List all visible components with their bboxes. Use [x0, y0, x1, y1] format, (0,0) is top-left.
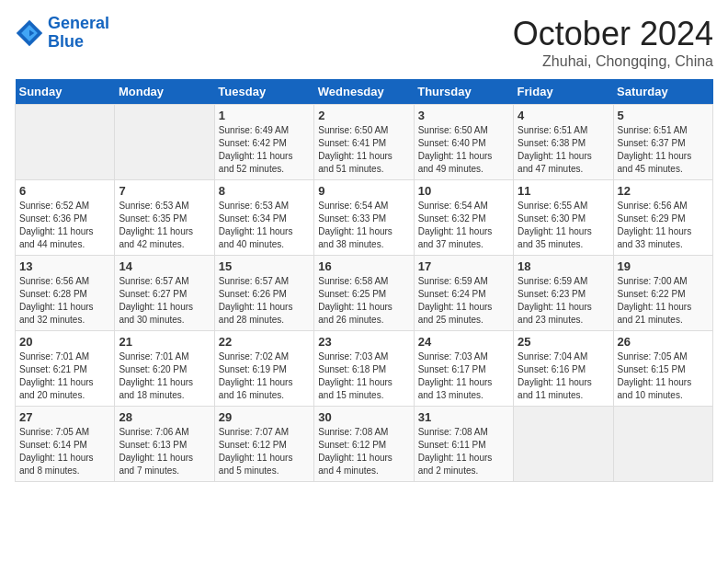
logo: General Blue [15, 15, 109, 52]
calendar-cell: 14Sunrise: 6:57 AM Sunset: 6:27 PM Dayli… [115, 256, 214, 331]
day-number: 29 [219, 410, 310, 424]
cell-content: Sunrise: 6:55 AM Sunset: 6:30 PM Dayligh… [518, 200, 609, 251]
cell-content: Sunrise: 6:51 AM Sunset: 6:38 PM Dayligh… [518, 124, 609, 176]
logo-line2: Blue [48, 33, 109, 52]
calendar-cell: 4Sunrise: 6:51 AM Sunset: 6:38 PM Daylig… [514, 105, 613, 180]
calendar-cell [16, 105, 115, 180]
week-row-1: 1Sunrise: 6:49 AM Sunset: 6:42 PM Daylig… [16, 105, 713, 180]
day-number: 28 [119, 410, 210, 424]
cell-content: Sunrise: 6:51 AM Sunset: 6:37 PM Dayligh… [618, 124, 709, 176]
day-header-friday: Friday [514, 79, 613, 105]
calendar-cell: 28Sunrise: 7:06 AM Sunset: 6:13 PM Dayli… [115, 407, 214, 482]
day-number: 1 [219, 109, 310, 122]
day-header-tuesday: Tuesday [214, 79, 313, 105]
cell-content: Sunrise: 6:50 AM Sunset: 6:40 PM Dayligh… [418, 124, 509, 176]
day-number: 21 [119, 335, 210, 349]
day-number: 16 [318, 259, 409, 273]
day-number: 8 [219, 184, 310, 198]
cell-content: Sunrise: 6:57 AM Sunset: 6:27 PM Dayligh… [119, 275, 210, 327]
cell-content: Sunrise: 7:08 AM Sunset: 6:11 PM Dayligh… [418, 426, 509, 477]
calendar-cell: 23Sunrise: 7:03 AM Sunset: 6:18 PM Dayli… [314, 331, 414, 407]
day-number: 18 [518, 259, 609, 273]
day-number: 6 [19, 184, 110, 198]
cell-content: Sunrise: 6:50 AM Sunset: 6:41 PM Dayligh… [318, 124, 409, 176]
cell-content: Sunrise: 7:02 AM Sunset: 6:19 PM Dayligh… [219, 350, 310, 402]
cell-content: Sunrise: 6:57 AM Sunset: 6:26 PM Dayligh… [219, 275, 310, 327]
calendar-cell: 2Sunrise: 6:50 AM Sunset: 6:41 PM Daylig… [314, 105, 414, 180]
day-number: 14 [119, 259, 210, 273]
day-number: 26 [618, 335, 709, 349]
calendar-cell: 29Sunrise: 7:07 AM Sunset: 6:12 PM Dayli… [214, 407, 313, 482]
calendar-cell: 31Sunrise: 7:08 AM Sunset: 6:11 PM Dayli… [414, 407, 513, 482]
calendar-cell: 22Sunrise: 7:02 AM Sunset: 6:19 PM Dayli… [214, 331, 313, 407]
day-header-monday: Monday [115, 79, 214, 105]
day-number: 23 [318, 335, 409, 349]
cell-content: Sunrise: 7:06 AM Sunset: 6:13 PM Dayligh… [119, 426, 210, 477]
day-header-thursday: Thursday [414, 79, 513, 105]
day-header-sunday: Sunday [16, 79, 115, 105]
cell-content: Sunrise: 6:58 AM Sunset: 6:25 PM Dayligh… [318, 275, 409, 327]
calendar-cell: 17Sunrise: 6:59 AM Sunset: 6:24 PM Dayli… [414, 256, 513, 331]
day-number: 12 [618, 184, 709, 198]
page-header: General Blue October 2024 Zhuhai, Chongq… [15, 15, 713, 70]
header-row: SundayMondayTuesdayWednesdayThursdayFrid… [16, 79, 713, 105]
day-number: 30 [318, 410, 409, 424]
day-number: 24 [418, 335, 509, 349]
cell-content: Sunrise: 7:05 AM Sunset: 6:14 PM Dayligh… [19, 426, 110, 477]
calendar-cell: 13Sunrise: 6:56 AM Sunset: 6:28 PM Dayli… [16, 256, 115, 331]
calendar-cell: 7Sunrise: 6:53 AM Sunset: 6:35 PM Daylig… [115, 180, 214, 256]
calendar-cell: 21Sunrise: 7:01 AM Sunset: 6:20 PM Dayli… [115, 331, 214, 407]
day-number: 10 [418, 184, 509, 198]
cell-content: Sunrise: 6:59 AM Sunset: 6:23 PM Dayligh… [518, 275, 609, 327]
month-title: October 2024 [513, 15, 713, 53]
cell-content: Sunrise: 6:54 AM Sunset: 6:33 PM Dayligh… [318, 200, 409, 251]
calendar-cell [115, 105, 214, 180]
calendar-cell: 16Sunrise: 6:58 AM Sunset: 6:25 PM Dayli… [314, 256, 414, 331]
day-number: 25 [518, 335, 609, 349]
cell-content: Sunrise: 7:08 AM Sunset: 6:12 PM Dayligh… [318, 426, 409, 477]
cell-content: Sunrise: 7:01 AM Sunset: 6:20 PM Dayligh… [119, 350, 210, 402]
day-number: 13 [19, 259, 110, 273]
day-number: 31 [418, 410, 509, 424]
calendar-cell: 6Sunrise: 6:52 AM Sunset: 6:36 PM Daylig… [16, 180, 115, 256]
location-title: Zhuhai, Chongqing, China [513, 53, 713, 70]
cell-content: Sunrise: 7:03 AM Sunset: 6:18 PM Dayligh… [318, 350, 409, 402]
calendar-cell: 5Sunrise: 6:51 AM Sunset: 6:37 PM Daylig… [613, 105, 712, 180]
cell-content: Sunrise: 7:00 AM Sunset: 6:22 PM Dayligh… [618, 275, 709, 327]
logo-icon [15, 18, 44, 48]
week-row-5: 27Sunrise: 7:05 AM Sunset: 6:14 PM Dayli… [16, 407, 713, 482]
calendar-cell: 11Sunrise: 6:55 AM Sunset: 6:30 PM Dayli… [514, 180, 613, 256]
day-header-wednesday: Wednesday [314, 79, 414, 105]
day-number: 15 [219, 259, 310, 273]
cell-content: Sunrise: 6:54 AM Sunset: 6:32 PM Dayligh… [418, 200, 509, 251]
week-row-4: 20Sunrise: 7:01 AM Sunset: 6:21 PM Dayli… [16, 331, 713, 407]
day-number: 4 [518, 109, 609, 122]
day-number: 3 [418, 109, 509, 122]
cell-content: Sunrise: 6:49 AM Sunset: 6:42 PM Dayligh… [219, 124, 310, 176]
day-number: 19 [618, 259, 709, 273]
calendar-cell: 9Sunrise: 6:54 AM Sunset: 6:33 PM Daylig… [314, 180, 414, 256]
calendar-cell: 15Sunrise: 6:57 AM Sunset: 6:26 PM Dayli… [214, 256, 313, 331]
calendar-cell: 26Sunrise: 7:05 AM Sunset: 6:15 PM Dayli… [613, 331, 712, 407]
cell-content: Sunrise: 7:04 AM Sunset: 6:16 PM Dayligh… [518, 350, 609, 402]
title-area: October 2024 Zhuhai, Chongqing, China [513, 15, 713, 70]
calendar-cell: 25Sunrise: 7:04 AM Sunset: 6:16 PM Dayli… [514, 331, 613, 407]
calendar-cell: 3Sunrise: 6:50 AM Sunset: 6:40 PM Daylig… [414, 105, 513, 180]
logo-line1: General [48, 15, 109, 33]
cell-content: Sunrise: 6:53 AM Sunset: 6:35 PM Dayligh… [119, 200, 210, 251]
calendar-cell: 30Sunrise: 7:08 AM Sunset: 6:12 PM Dayli… [314, 407, 414, 482]
day-number: 11 [518, 184, 609, 198]
cell-content: Sunrise: 7:03 AM Sunset: 6:17 PM Dayligh… [418, 350, 509, 402]
day-number: 7 [119, 184, 210, 198]
day-number: 27 [19, 410, 110, 424]
calendar-cell [514, 407, 613, 482]
calendar-table: SundayMondayTuesdayWednesdayThursdayFrid… [15, 79, 713, 482]
calendar-cell: 19Sunrise: 7:00 AM Sunset: 6:22 PM Dayli… [613, 256, 712, 331]
calendar-cell: 8Sunrise: 6:53 AM Sunset: 6:34 PM Daylig… [214, 180, 313, 256]
cell-content: Sunrise: 7:05 AM Sunset: 6:15 PM Dayligh… [618, 350, 709, 402]
cell-content: Sunrise: 6:56 AM Sunset: 6:29 PM Dayligh… [618, 200, 709, 251]
calendar-cell: 12Sunrise: 6:56 AM Sunset: 6:29 PM Dayli… [613, 180, 712, 256]
calendar-cell: 18Sunrise: 6:59 AM Sunset: 6:23 PM Dayli… [514, 256, 613, 331]
cell-content: Sunrise: 6:59 AM Sunset: 6:24 PM Dayligh… [418, 275, 509, 327]
day-number: 2 [318, 109, 409, 122]
